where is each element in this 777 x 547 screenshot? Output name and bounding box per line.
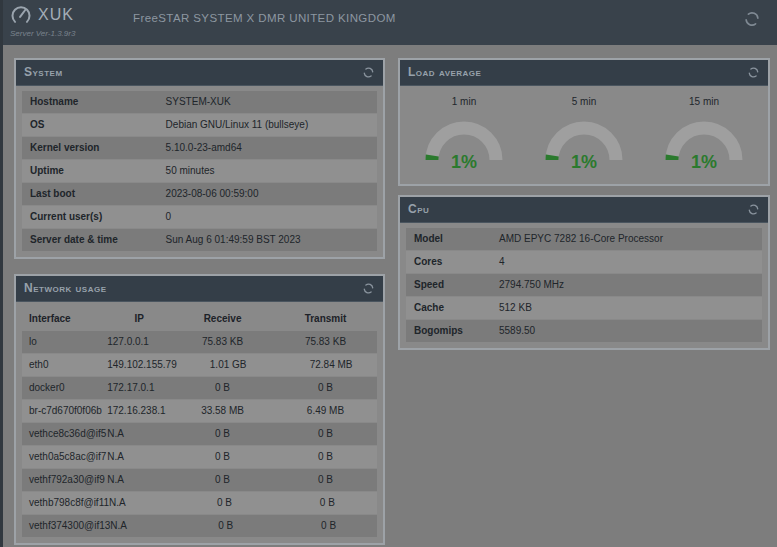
logo-text: XUK <box>38 6 74 24</box>
cell-interface: br-c7d670f0f06b <box>22 405 107 417</box>
cpu-panel: Cpu Model AMD EPYC 7282 16-Core Processo… <box>398 195 770 350</box>
cell-transmit: 0 B <box>274 451 377 463</box>
kv-label: Server date & time <box>30 234 166 246</box>
kv-label: Uptime <box>30 165 166 177</box>
cell-receive: 0 B <box>173 497 276 509</box>
app-logo: XUK <box>10 4 74 26</box>
gauge-value: 1% <box>662 153 746 171</box>
cell-receive: 1.01 GB <box>177 359 280 371</box>
panel-refresh-icon[interactable] <box>362 66 375 79</box>
refresh-icon[interactable] <box>743 10 761 28</box>
panel-title: Cpu <box>408 202 429 217</box>
kv-value: Debian GNU/Linux 11 (bullseye) <box>166 119 369 131</box>
load-average-panel: Load average 1 min 1% 5 min <box>398 58 770 186</box>
cell-transmit: 0 B <box>274 382 377 394</box>
table-row: br-c7d670f0f06b 172.16.238.1 33.58 MB 6.… <box>22 400 377 422</box>
table-header-row: InterfaceIPReceiveTransmit <box>22 307 377 331</box>
panel-refresh-icon[interactable] <box>747 66 760 79</box>
cell-receive: 0 B <box>171 451 274 463</box>
panel-refresh-icon[interactable] <box>747 203 760 216</box>
left-column: System Hostname SYSTEM-XUK OS Debian GNU… <box>14 58 385 545</box>
kv-value: 512 KB <box>499 302 754 314</box>
kv-value: 2794.750 MHz <box>499 279 754 291</box>
cell-ip: 127.0.0.1 <box>107 336 171 348</box>
cell-transmit: 0 B <box>277 520 380 532</box>
kv-label: Last boot <box>30 188 166 200</box>
table-row: vethf792a30@if9 N.A 0 B 0 B <box>22 469 377 491</box>
kv-row: Server date & time Sun Aug 6 01:49:59 BS… <box>22 229 377 251</box>
cell-ip: 149.102.155.79 <box>107 359 177 371</box>
gauge-label: 5 min <box>525 96 644 108</box>
cell-interface: lo <box>22 336 107 348</box>
load-gauge-5-min: 5 min 1% <box>525 96 644 170</box>
panel-title: System <box>24 65 63 80</box>
panel-title: Load average <box>408 65 481 80</box>
cell-ip: 172.17.0.1 <box>107 382 171 394</box>
cpu-rows: Model AMD EPYC 7282 16-Core Processor Co… <box>400 223 768 348</box>
kv-row: Model AMD EPYC 7282 16-Core Processor <box>406 228 762 250</box>
cell-receive: 0 B <box>171 474 274 486</box>
kv-value: SYSTEM-XUK <box>166 96 369 108</box>
gauge-logo-icon <box>10 4 32 26</box>
kv-row: Speed 2794.750 MHz <box>406 274 762 296</box>
system-panel-header: System <box>16 60 383 86</box>
kv-row: OS Debian GNU/Linux 11 (bullseye) <box>22 114 377 136</box>
cell-receive: 0 B <box>171 382 274 394</box>
table-row: vethce8c36d@if5 N.A 0 B 0 B <box>22 423 377 445</box>
server-version: Server Ver-1.3.9r3 <box>10 29 75 38</box>
kv-row: Kernel version 5.10.0-23-amd64 <box>22 137 377 159</box>
cell-interface: vethf792a30@if9 <box>22 474 107 486</box>
cell-receive: 33.58 MB <box>171 405 274 417</box>
page-title: FreeSTAR SYSTEM X DMR UNITED KINGDOM <box>133 12 396 24</box>
gauges-row: 1 min 1% 5 min 1% 15 min 1% <box>400 86 768 184</box>
table-row: eth0 149.102.155.79 1.01 GB 72.84 MB <box>22 354 377 376</box>
cell-receive: 75.83 KB <box>171 336 274 348</box>
cell-ip: 172.16.238.1 <box>107 405 171 417</box>
cell-ip: N.A <box>107 474 171 486</box>
panel-refresh-icon[interactable] <box>362 282 375 295</box>
top-header: XUK Server Ver-1.3.9r3 FreeSTAR SYSTEM X… <box>0 0 777 45</box>
kv-row: Cores 4 <box>406 251 762 273</box>
column-header: IP <box>107 313 171 325</box>
column-header: Transmit <box>274 313 377 325</box>
cell-ip: N.A <box>110 520 174 532</box>
kv-value: 2023-08-06 00:59:00 <box>166 188 369 200</box>
cell-ip: N.A <box>107 451 171 463</box>
kv-value: AMD EPYC 7282 16-Core Processor <box>499 233 754 245</box>
kv-label: Kernel version <box>30 142 166 154</box>
cell-interface: docker0 <box>22 382 107 394</box>
kv-label: Cache <box>414 302 499 314</box>
cell-interface: eth0 <box>22 359 107 371</box>
kv-label: Cores <box>414 256 499 268</box>
gauge-value: 1% <box>542 153 626 171</box>
cell-ip: N.A <box>109 497 173 509</box>
cell-interface: vethce8c36d@if5 <box>22 428 107 440</box>
cell-transmit: 6.49 MB <box>274 405 377 417</box>
kv-value: 5.10.0-23-amd64 <box>166 142 369 154</box>
window-left-edge <box>0 0 3 547</box>
load-gauge-15-min: 15 min 1% <box>645 96 764 170</box>
load-gauge-1-min: 1 min 1% <box>405 96 524 170</box>
kv-row: Uptime 50 minutes <box>22 160 377 182</box>
kv-label: Hostname <box>30 96 166 108</box>
kv-label: OS <box>30 119 166 131</box>
kv-row: Hostname SYSTEM-XUK <box>22 91 377 113</box>
load-panel-header: Load average <box>400 60 768 86</box>
gauge-arc: 1% <box>422 112 506 170</box>
column-header: Receive <box>171 313 274 325</box>
network-usage-panel: Network usage InterfaceIPReceiveTransmit… <box>14 274 385 545</box>
kv-value: Sun Aug 6 01:49:59 BST 2023 <box>166 234 369 246</box>
cell-ip: N.A <box>107 428 171 440</box>
panel-title: Network usage <box>24 281 107 296</box>
network-panel-header: Network usage <box>16 276 383 302</box>
cell-interface: vethb798c8f@if11 <box>22 497 109 509</box>
cell-interface: vethf374300@if13 <box>22 520 110 532</box>
gauge-arc: 1% <box>662 112 746 170</box>
kv-row: Last boot 2023-08-06 00:59:00 <box>22 183 377 205</box>
dashboard-screen: XUK Server Ver-1.3.9r3 FreeSTAR SYSTEM X… <box>0 0 777 547</box>
table-row: vethf374300@if13 N.A 0 B 0 B <box>22 515 377 537</box>
cell-transmit: 75.83 KB <box>274 336 377 348</box>
cell-transmit: 0 B <box>274 474 377 486</box>
right-column: Load average 1 min 1% 5 min <box>398 58 770 350</box>
table-row: docker0 172.17.0.1 0 B 0 B <box>22 377 377 399</box>
